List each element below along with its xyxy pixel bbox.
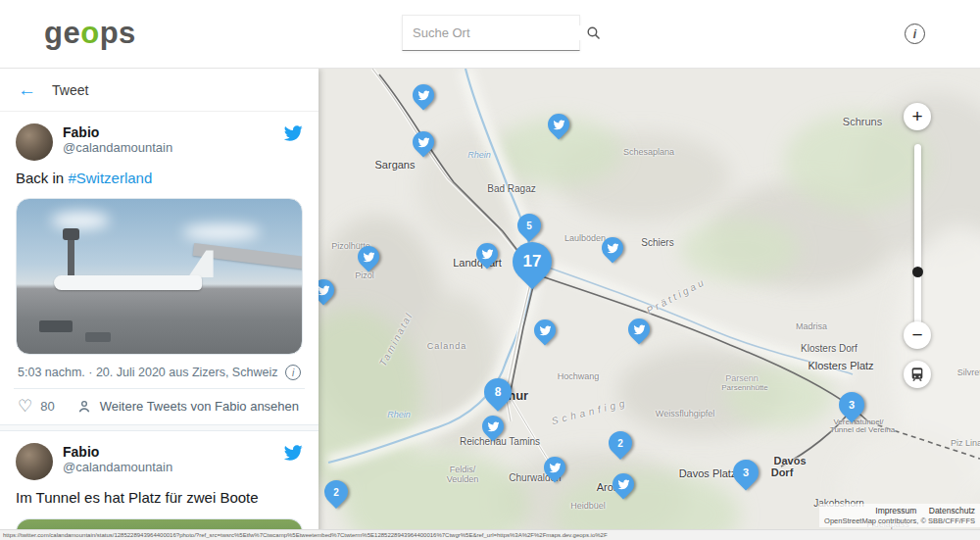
sidebar-header: ← Tweet bbox=[0, 69, 318, 112]
cluster-count: 3 bbox=[839, 392, 864, 417]
tweet-author-name[interactable]: Fabio bbox=[63, 444, 273, 460]
tweet-marker-pin[interactable] bbox=[534, 319, 556, 341]
map-label: Schesaplana bbox=[623, 147, 674, 157]
twitter-bird-icon bbox=[548, 114, 569, 135]
tweet-marker-pin[interactable] bbox=[413, 131, 434, 153]
tweet-marker-pin[interactable] bbox=[612, 473, 634, 495]
tweet-marker-pin[interactable] bbox=[482, 416, 504, 437]
tweet-info-icon[interactable]: i bbox=[285, 365, 301, 380]
sidebar-title: Tweet bbox=[52, 82, 88, 98]
card-separator bbox=[0, 424, 318, 431]
tweet-marker-pin[interactable] bbox=[544, 457, 565, 478]
train-layer-button[interactable] bbox=[904, 361, 931, 388]
twitter-bird-icon bbox=[612, 473, 634, 495]
photo-ground-vehicle bbox=[39, 320, 73, 332]
tweet-marker-pin[interactable] bbox=[628, 319, 650, 340]
tweet-marker-pin[interactable] bbox=[476, 243, 498, 265]
impressum-link[interactable]: Impressum bbox=[875, 506, 916, 515]
logo-text: ge bbox=[44, 16, 80, 50]
cluster-count: 8 bbox=[484, 378, 512, 406]
map-label: Prättigau bbox=[645, 275, 708, 316]
tweet-sidebar: ← Tweet Fabio @calandamountain Back in #… bbox=[0, 69, 318, 540]
map-label: Parsenn bbox=[725, 373, 759, 383]
map-label: Piz Linard bbox=[951, 438, 980, 448]
tweet-cluster-pin[interactable]: 2 bbox=[324, 480, 348, 504]
map-label: Bad Ragaz bbox=[487, 183, 535, 194]
map-label: Pizol bbox=[355, 270, 374, 280]
cluster-count: 2 bbox=[324, 480, 348, 504]
tweet-cluster-pin[interactable]: 17 bbox=[513, 242, 552, 281]
photo-cloud bbox=[51, 212, 110, 229]
avatar[interactable] bbox=[16, 443, 53, 480]
tweet-cluster-pin[interactable]: 8 bbox=[484, 378, 512, 406]
map-label: Schanfigg bbox=[551, 397, 630, 426]
tweet-cluster-pin[interactable]: 3 bbox=[839, 392, 864, 417]
tweet-author: Fabio @calandamountain bbox=[63, 123, 273, 155]
tweet-marker-pin[interactable] bbox=[413, 84, 434, 106]
twitter-logo-icon[interactable] bbox=[283, 443, 303, 466]
hashtag-link[interactable]: #Switzerland bbox=[68, 170, 152, 186]
map-label: Weissfluhgipfel bbox=[656, 409, 714, 418]
map-label: Hochwang bbox=[558, 371, 600, 381]
more-tweets-link[interactable]: Weitere Tweets von Fabio ansehen bbox=[100, 399, 299, 414]
twitter-bird-icon bbox=[602, 237, 623, 259]
photo-airplane bbox=[54, 275, 202, 290]
tweet-cluster-pin[interactable]: 2 bbox=[609, 431, 632, 455]
like-count[interactable]: 80 bbox=[40, 399, 54, 414]
tweet-cluster-pin[interactable]: 5 bbox=[517, 214, 541, 237]
info-icon[interactable]: i bbox=[905, 24, 925, 44]
datenschutz-link[interactable]: Datenschutz bbox=[929, 506, 975, 515]
photo-ground-vehicle bbox=[85, 332, 111, 342]
search-icon[interactable] bbox=[585, 25, 602, 41]
tweet-photo-airport[interactable] bbox=[16, 198, 303, 355]
tweet-marker-pin[interactable] bbox=[548, 114, 569, 135]
cluster-count: 5 bbox=[517, 214, 541, 237]
map-copyright: OpenStreetMap contributors, © SBB/CFF/FF… bbox=[824, 516, 975, 525]
search-input[interactable] bbox=[413, 25, 585, 40]
tweet-meta: 5:03 nachm. · 20. Juli 2020 aus Zizers, … bbox=[18, 365, 301, 380]
tweet-timestamp: 5:03 nachm. · 20. Juli 2020 aus Zizers, … bbox=[18, 366, 277, 379]
logo-text-suffix: ps bbox=[100, 16, 136, 50]
tweet-actions: ♡ 80 Weitere Tweets von Fabio ansehen bbox=[16, 389, 303, 418]
map-label: Veulden bbox=[447, 474, 479, 484]
map-label: Laulböden bbox=[564, 233, 606, 243]
tweet-text: Im Tunnel es hat Platz für zwei Boote bbox=[16, 488, 303, 508]
tweet-card: Fabio @calandamountain Im Tunnel es hat … bbox=[0, 431, 318, 540]
person-icon[interactable] bbox=[76, 399, 92, 415]
tweet-card: Fabio @calandamountain Back in #Switzerl… bbox=[0, 112, 318, 424]
tweet-cluster-pin[interactable]: 3 bbox=[733, 460, 759, 485]
app-header: geops i bbox=[0, 0, 980, 69]
tweet-author-handle[interactable]: @calandamountain bbox=[63, 140, 273, 155]
tweet-header: Fabio @calandamountain bbox=[16, 123, 303, 161]
twitter-bird-icon bbox=[318, 279, 334, 301]
zoom-out-button[interactable]: − bbox=[904, 321, 931, 349]
geops-logo[interactable]: geops bbox=[44, 16, 136, 51]
tweet-marker-pin[interactable] bbox=[358, 246, 379, 268]
tweet-author-handle[interactable]: @calandamountain bbox=[63, 460, 273, 474]
zoom-in-button[interactable]: + bbox=[904, 103, 931, 130]
twitter-bird-icon bbox=[482, 416, 504, 437]
cluster-count: 2 bbox=[609, 431, 632, 455]
map-label: Silvretta bbox=[957, 368, 980, 377]
map-label: Calanda bbox=[427, 341, 467, 351]
map-overlay: SchrunsSchesaplanaSargansRheinBad RagazL… bbox=[318, 69, 980, 540]
photo-cloud bbox=[182, 224, 261, 240]
photo-control-tower-head bbox=[63, 228, 79, 240]
tweet-author-name[interactable]: Fabio bbox=[63, 124, 273, 140]
back-arrow-icon[interactable]: ← bbox=[18, 80, 36, 99]
tweet-marker-pin[interactable] bbox=[602, 237, 623, 259]
map-canvas[interactable]: SchrunsSchesaplanaSargansRheinBad RagazL… bbox=[318, 69, 980, 540]
zoom-slider[interactable] bbox=[914, 144, 921, 325]
like-icon[interactable]: ♡ bbox=[18, 398, 32, 415]
map-label: Klosters Platz bbox=[808, 360, 873, 371]
map-label: Davos Platz bbox=[679, 467, 737, 479]
zoom-slider-handle[interactable] bbox=[912, 267, 923, 277]
map-label: Madrisa bbox=[796, 321, 827, 331]
twitter-bird-icon bbox=[413, 84, 434, 106]
twitter-logo-icon[interactable] bbox=[283, 123, 303, 147]
tweet-marker-pin[interactable] bbox=[318, 279, 334, 301]
map-label: Rhein bbox=[467, 150, 491, 160]
map-label: Schruns bbox=[843, 116, 882, 127]
avatar[interactable] bbox=[16, 123, 53, 161]
search-box[interactable] bbox=[402, 15, 580, 51]
